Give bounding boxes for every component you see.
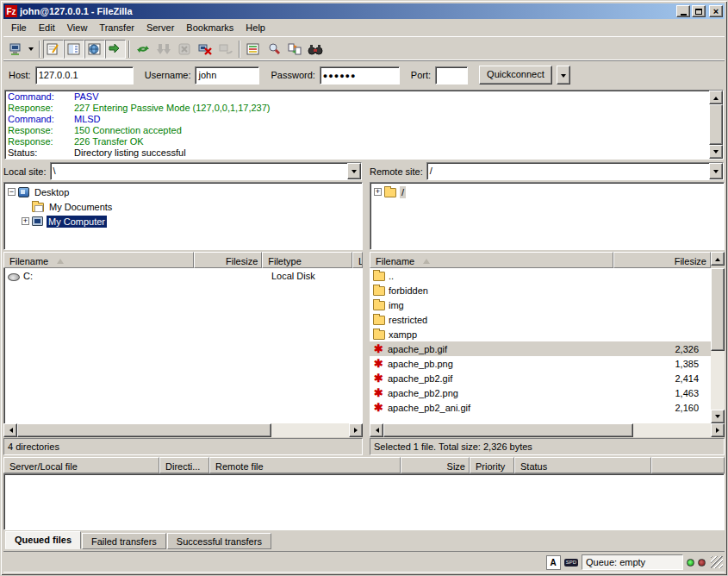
- username-input[interactable]: john: [195, 66, 259, 85]
- toggle-queue-button[interactable]: [105, 40, 126, 59]
- tree-row-root[interactable]: + /: [374, 185, 724, 199]
- remote-file-row[interactable]: ✱apache_pb2.png1,463: [370, 385, 711, 400]
- remote-file-list: Filename Filesize .. forbidden img restr…: [370, 252, 725, 423]
- column-header-filesize[interactable]: Filesize: [194, 252, 262, 268]
- local-site-dropdown[interactable]: [347, 163, 361, 179]
- speed-limit-indicator[interactable]: SPD: [564, 559, 578, 567]
- scroll-right-button[interactable]: [349, 423, 363, 437]
- log-label: Response:: [8, 136, 74, 147]
- queue-body[interactable]: [3, 473, 725, 530]
- cancel-button[interactable]: [174, 40, 195, 59]
- tree-expander[interactable]: −: [8, 188, 16, 196]
- tree-label[interactable]: Desktop: [33, 186, 71, 198]
- tree-label-selected[interactable]: /: [400, 186, 406, 198]
- scrollbar-thumb[interactable]: [17, 423, 271, 437]
- tab-successful-transfers[interactable]: Successful transfers: [167, 533, 271, 549]
- scrollbar-thumb[interactable]: [711, 268, 725, 351]
- site-manager-dropdown[interactable]: [26, 40, 36, 59]
- tree-expander[interactable]: +: [22, 217, 29, 225]
- quickconnect-dropdown[interactable]: [557, 66, 570, 85]
- remote-file-row[interactable]: forbidden: [370, 283, 711, 297]
- local-tree: − Desktop My Documents + My Computer: [3, 182, 363, 250]
- menu-view[interactable]: View: [61, 21, 94, 34]
- tree-row-desktop[interactable]: − Desktop: [8, 185, 362, 199]
- local-file-row[interactable]: C: Local Disk: [4, 268, 363, 283]
- reconnect-button[interactable]: [215, 40, 236, 59]
- tab-failed-transfers[interactable]: Failed transfers: [82, 533, 166, 549]
- log-scrollbar[interactable]: [709, 91, 723, 159]
- remote-horizontal-scrollbar[interactable]: [370, 423, 725, 437]
- scroll-right-button[interactable]: [711, 423, 725, 437]
- remote-file-row[interactable]: ✱apache_pb2_ani.gif2,160: [370, 400, 711, 415]
- maximize-button[interactable]: [692, 5, 706, 17]
- minimize-button[interactable]: [676, 5, 690, 17]
- scrollbar-thumb[interactable]: [709, 104, 723, 145]
- resize-grip[interactable]: [711, 556, 723, 568]
- remote-file-row[interactable]: ..: [370, 268, 711, 283]
- disconnect-button[interactable]: [195, 40, 215, 59]
- close-button[interactable]: ×: [709, 5, 723, 17]
- find-files-button[interactable]: [264, 40, 284, 59]
- tree-row-my-computer[interactable]: + My Computer: [8, 214, 362, 229]
- transfer-type-indicator[interactable]: A: [546, 555, 561, 570]
- menu-help[interactable]: Help: [240, 21, 271, 34]
- menu-bookmarks[interactable]: Bookmarks: [180, 21, 240, 34]
- column-header-server-local-file[interactable]: Server/Local file: [3, 457, 159, 473]
- column-header-filesize[interactable]: Filesize: [613, 252, 711, 268]
- scroll-down-button[interactable]: [711, 410, 725, 423]
- tree-row-my-documents[interactable]: My Documents: [8, 199, 362, 214]
- remote-file-row[interactable]: ✱apache_pb2.gif2,414: [370, 371, 711, 385]
- local-site-combo[interactable]: \: [50, 162, 362, 180]
- toggle-local-tree-button[interactable]: [64, 40, 84, 59]
- column-header-size[interactable]: Size: [401, 457, 470, 473]
- scroll-left-button[interactable]: [370, 423, 383, 437]
- menu-edit[interactable]: Edit: [33, 21, 61, 34]
- message-log-lines: Command:PASV Response:227 Entering Passi…: [5, 91, 709, 159]
- scroll-left-button[interactable]: [3, 423, 17, 437]
- remote-file-row-selected[interactable]: ✱apache_pb.gif2,326: [370, 341, 711, 356]
- panel-splitter[interactable]: [363, 161, 370, 455]
- column-header-priority[interactable]: Priority: [470, 457, 514, 473]
- scroll-up-button[interactable]: [709, 91, 723, 104]
- tree-label-selected[interactable]: My Computer: [47, 216, 107, 228]
- password-input[interactable]: ●●●●●●: [320, 66, 400, 85]
- column-header-filename[interactable]: Filename: [370, 252, 613, 268]
- scroll-down-button[interactable]: [709, 145, 723, 159]
- menu-server[interactable]: Server: [140, 21, 180, 34]
- remote-vertical-scrollbar[interactable]: [711, 268, 725, 423]
- port-input[interactable]: [435, 66, 468, 85]
- column-header-direction[interactable]: Directi...: [159, 457, 209, 473]
- remote-site-dropdown[interactable]: [709, 163, 723, 179]
- remote-file-row[interactable]: ✱apache_pb.png1,385: [370, 356, 711, 371]
- log-line: Response:150 Connection accepted: [8, 125, 709, 136]
- close-icon: ×: [713, 7, 719, 16]
- site-manager-button[interactable]: [5, 40, 26, 59]
- scroll-up-button[interactable]: [711, 252, 725, 266]
- column-header-filename[interactable]: Filename: [3, 252, 194, 268]
- scrollbar-thumb[interactable]: [383, 423, 633, 437]
- synchronized-browsing-button[interactable]: [284, 40, 305, 59]
- column-header-last-modified[interactable]: L: [352, 252, 363, 268]
- remote-file-row[interactable]: xampp: [370, 327, 711, 341]
- menu-file[interactable]: File: [5, 21, 33, 34]
- host-input[interactable]: 127.0.0.1: [35, 66, 134, 85]
- tab-queued-files[interactable]: Queued files: [5, 531, 81, 549]
- column-header-status[interactable]: Status: [514, 457, 651, 473]
- toggle-remote-tree-button[interactable]: [84, 40, 105, 59]
- process-queue-button[interactable]: [153, 40, 174, 59]
- column-header-filetype[interactable]: Filetype: [262, 252, 352, 268]
- title-bar[interactable]: Fz john@127.0.0.1 - FileZilla ×: [3, 3, 725, 19]
- menu-transfer[interactable]: Transfer: [93, 21, 140, 34]
- filename-search-button[interactable]: [305, 40, 326, 59]
- remote-file-row[interactable]: restricted: [370, 312, 711, 327]
- toggle-message-log-button[interactable]: [43, 40, 64, 59]
- remote-file-row[interactable]: img: [370, 297, 711, 312]
- remote-site-combo[interactable]: /: [426, 162, 724, 180]
- refresh-button[interactable]: [133, 40, 153, 59]
- local-horizontal-scrollbar[interactable]: [3, 423, 363, 437]
- directory-comparison-button[interactable]: [243, 40, 264, 59]
- column-header-remote-file[interactable]: Remote file: [209, 457, 401, 473]
- quickconnect-button[interactable]: Quickconnect: [479, 66, 552, 85]
- tree-expander[interactable]: +: [374, 188, 382, 196]
- tree-label[interactable]: My Documents: [47, 201, 114, 213]
